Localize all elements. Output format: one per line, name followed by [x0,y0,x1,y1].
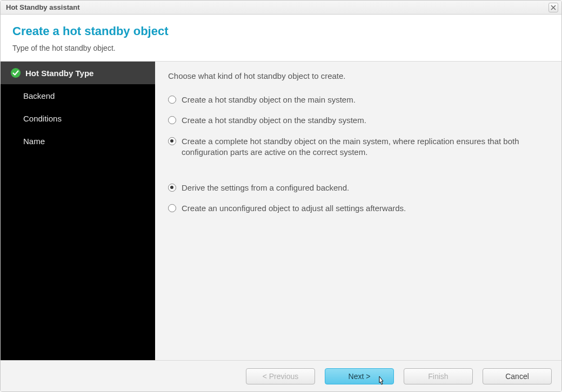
body-area: Hot Standby Type Backend Conditions Name… [1,62,561,360]
sidebar-item-backend[interactable]: Backend [1,84,155,107]
sidebar-item-label: Name [23,137,45,146]
sidebar-item-conditions[interactable]: Conditions [1,107,155,130]
radio-icon [168,184,176,192]
radio-group-settings-source: Derive the settings from a configured ba… [168,183,546,214]
radio-label: Create a complete hot standby object on … [182,136,546,158]
previous-button: < Previous [246,368,315,384]
radio-label: Create a hot standby object on the main … [182,94,356,105]
radio-group-object-type: Create a hot standby object on the main … [168,94,546,158]
footer: < Previous Next > Finish Cancel [1,360,561,391]
radio-option-unconfigured[interactable]: Create an unconfigured object to adjust … [168,203,546,214]
finish-button: Finish [404,368,473,384]
cursor-pointer-icon [376,375,387,388]
dialog-window: Hot Standby assistant Create a hot stand… [0,0,562,392]
radio-icon [168,96,176,104]
radio-option-complete-object[interactable]: Create a complete hot standby object on … [168,136,546,158]
sidebar-item-label: Backend [23,91,55,100]
page-subtitle: Type of the hot standby object. [12,44,550,52]
next-button-label: Next > [349,372,371,381]
check-circle-icon [10,67,21,78]
radio-option-standby-system[interactable]: Create a hot standby object on the stand… [168,115,546,126]
content-pane: Choose what kind of hot standby object t… [155,62,561,360]
cancel-button[interactable]: Cancel [483,368,552,384]
radio-icon [168,137,176,145]
sidebar-item-label: Hot Standby Type [25,69,93,78]
radio-option-main-system[interactable]: Create a hot standby object on the main … [168,94,546,105]
sidebar-item-name[interactable]: Name [1,130,155,152]
titlebar: Hot Standby assistant [1,1,561,15]
wizard-sidebar: Hot Standby Type Backend Conditions Name [1,62,155,360]
window-title: Hot Standby assistant [6,3,80,11]
close-icon [551,5,556,10]
svg-point-2 [11,68,21,78]
header-area: Create a hot standby object Type of the … [1,15,561,62]
radio-icon [168,116,176,124]
radio-label: Create an unconfigured object to adjust … [182,203,406,214]
sidebar-item-hot-standby-type[interactable]: Hot Standby Type [1,62,155,84]
close-button[interactable] [548,3,558,12]
radio-label: Create a hot standby object on the stand… [182,115,366,126]
radio-option-derive-backend[interactable]: Derive the settings from a configured ba… [168,183,546,193]
instruction-text: Choose what kind of hot standby object t… [168,71,546,80]
page-title: Create a hot standby object [12,24,550,38]
next-button[interactable]: Next > [325,368,394,384]
sidebar-item-label: Conditions [23,114,62,123]
radio-label: Derive the settings from a configured ba… [182,183,349,193]
radio-icon [168,204,176,212]
